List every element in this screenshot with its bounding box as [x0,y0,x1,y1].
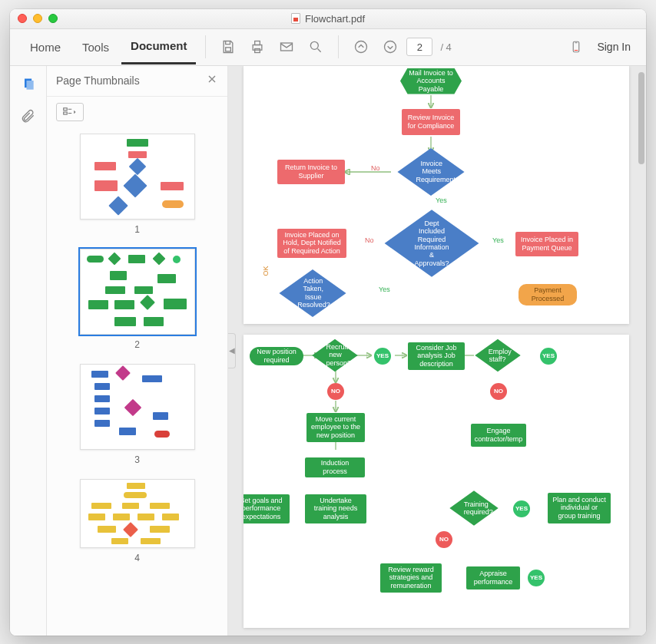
edge-label-no: No [371,164,380,172]
window-title-text: Flowchart.pdf [305,13,365,25]
search-icon [308,39,323,54]
svg-rect-0 [226,48,231,51]
edge-label-yes: Yes [492,236,504,244]
edge-label-yes: Yes [436,197,447,204]
tab-home[interactable]: Home [21,29,70,64]
thumbnail-item[interactable]: 4 [47,479,227,563]
toolbar-separator [338,35,339,58]
flowchart-process: Review Invoice for Compliance [402,109,460,135]
flowchart-terminator: Payment Processed [519,284,577,305]
close-icon [206,73,218,85]
thumbnail-page-3[interactable] [80,364,195,450]
close-panel-button[interactable] [206,73,218,89]
vertical-scrollbar[interactable] [638,72,644,629]
sign-in-button[interactable]: Sign In [592,41,635,53]
svg-rect-4 [281,43,293,51]
flowchart-no-badge: NO [327,383,344,400]
flowchart-yes-badge: YES [540,348,557,365]
thumbnail-options-button[interactable] [56,103,84,121]
thumbnail-label: 2 [134,339,140,350]
device-icon [569,39,583,54]
app-body: Page Thumbnails [10,66,646,636]
page-total-label: / 4 [440,41,451,53]
thumbnail-page-2[interactable] [80,249,195,335]
flowchart-process: Induction process [305,457,365,477]
flowchart-process: Invoice Placed on Hold, Dept Notified of… [277,229,346,258]
thumbnails-toolbar [47,97,227,127]
svg-point-5 [311,41,319,49]
svg-rect-15 [64,112,68,114]
list-options-icon [63,107,77,117]
flowchart-terminator: New position required [250,347,303,365]
svg-rect-13 [64,107,68,110]
edge-label-ok: OK [262,266,270,276]
flowchart-process: Return Invoice to Supplier [277,160,345,184]
thumbnail-item[interactable]: 1 [47,134,227,235]
flowchart-process: Appraise performance [466,566,520,590]
thumbnails-panel: Page Thumbnails [47,66,228,636]
print-button[interactable] [244,34,270,60]
flowchart-decision: Training required? [449,490,498,525]
svg-rect-2 [255,41,260,45]
svg-point-6 [356,41,367,53]
thumbnail-label: 4 [134,553,140,563]
next-page-button[interactable] [377,34,403,60]
flowchart-decision: Dept Included Required Information & App… [385,210,479,277]
email-button[interactable] [273,34,300,60]
page-number-input[interactable] [406,38,432,56]
arrow-up-circle-icon [353,39,369,54]
svg-rect-3 [255,49,260,53]
tab-document[interactable]: Document [121,29,196,64]
flowchart-no-badge: NO [490,383,507,400]
tab-tools[interactable]: Tools [73,29,118,64]
flowchart-process: Consider Job analysis Job description [408,342,465,370]
flowchart-process: Invoice Placed in Payment Queue [515,232,578,256]
thumbnail-item[interactable]: 3 [47,364,227,465]
flowchart-decision: Employ staff? [475,339,520,371]
search-button[interactable] [303,34,329,60]
toolbar: Home Tools Document / 4 Sign In [10,29,646,66]
save-icon [220,39,236,54]
print-icon [250,39,265,54]
toolbar-separator [205,35,206,58]
app-window: Flowchart.pdf Home Tools Document / 4 [10,9,646,636]
window-title: Flowchart.pdf [10,13,646,25]
edge-label-no: No [365,236,374,244]
mobile-link-button[interactable] [563,34,589,60]
pages-container: Mail Invoice to Accounts Payable Review … [244,66,629,636]
flowchart-process: Review reward strategies and remuneratio… [380,563,442,593]
collapse-panel-handle[interactable]: ◀ [228,333,236,368]
thumbnail-label: 3 [134,454,140,465]
thumbnail-label: 1 [134,224,140,235]
flowchart-process: Undertake training needs analysis [305,494,366,523]
document-viewport[interactable]: ◀ [228,66,646,636]
flowchart-yes-badge: YES [513,500,530,517]
thumbnails-list[interactable]: 1 [47,127,227,636]
thumbnail-page-4[interactable] [80,479,195,548]
edge-label-yes: Yes [379,286,390,293]
left-rail [10,66,47,636]
email-icon [279,39,294,54]
thumbnail-item[interactable]: 2 [47,249,227,350]
flowchart-no-badge: NO [436,531,452,548]
document-page[interactable]: Mail Invoice to Accounts Payable Review … [244,66,629,324]
prev-page-button[interactable] [348,34,374,60]
pdf-file-icon [291,13,300,24]
svg-point-7 [385,41,396,53]
document-page[interactable]: New position required Recruit new person… [244,335,629,628]
flowchart-process: Move current employee to the new positio… [306,413,365,442]
thumbnails-title: Page Thumbnails [56,74,140,87]
save-button[interactable] [215,34,241,60]
flowchart-process: Engage contractor/temp [471,424,526,447]
pages-icon [21,77,36,92]
flowchart-yes-badge: YES [528,570,545,586]
flowchart-decision: Action Taken, Issue Resolved? [279,269,346,316]
attachments-rail-button[interactable] [18,106,39,127]
arrow-down-circle-icon [383,39,398,54]
thumbnails-header: Page Thumbnails [47,66,227,97]
thumbnail-page-1[interactable] [80,134,195,220]
titlebar: Flowchart.pdf [10,9,646,29]
thumbnails-rail-button[interactable] [18,74,39,95]
flowchart-yes-badge: YES [374,348,391,365]
scrollbar-thumb[interactable] [638,72,644,164]
